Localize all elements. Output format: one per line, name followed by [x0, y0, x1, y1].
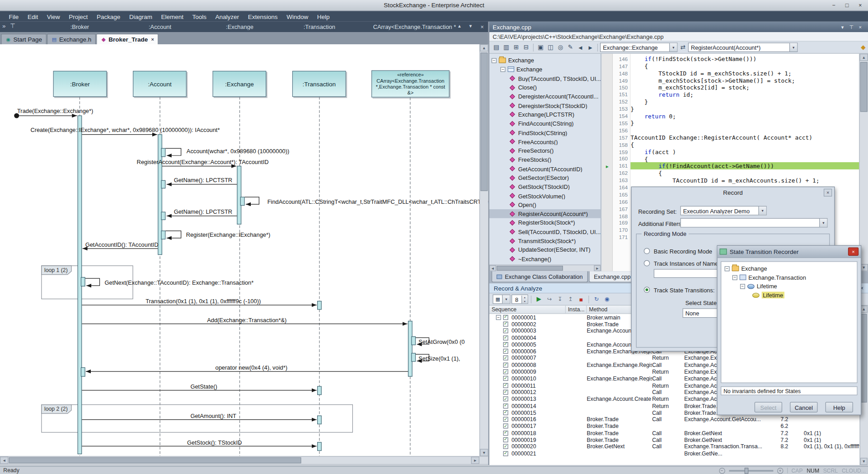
vscroll-thumb[interactable]: [861, 314, 867, 403]
editor-vscrollbar[interactable]: ▲ ▼: [859, 54, 868, 271]
row-checkbox[interactable]: ✓: [503, 342, 508, 347]
menu-item[interactable]: Element: [157, 11, 188, 22]
menu-item[interactable]: Analyzer: [211, 11, 244, 22]
step-into-icon[interactable]: ↧: [555, 295, 565, 304]
zoom-in-icon[interactable]: +: [777, 468, 783, 474]
pin-icon[interactable]: ⊤: [10, 23, 15, 30]
class-list-icon[interactable]: ▤: [492, 42, 501, 52]
menu-item[interactable]: Diagram: [125, 11, 157, 22]
row-checkbox[interactable]: ✓: [503, 315, 508, 320]
collapse-icon[interactable]: −: [492, 58, 497, 63]
close-icon[interactable]: ×: [848, 248, 859, 256]
tab-exchange-class-collaboration[interactable]: Exchange Class Collaboration: [492, 271, 588, 282]
expand-all-icon[interactable]: ⊞: [511, 42, 521, 52]
table-row[interactable]: − ✓ 00000016 Broker.Trade Call Exchange.…: [489, 416, 860, 423]
tree-item-method[interactable]: Open(): [489, 200, 601, 209]
edit-icon[interactable]: ✎: [566, 42, 575, 52]
chevrons-right-icon[interactable]: »: [2, 23, 6, 30]
vscroll-thumb[interactable]: [480, 52, 488, 191]
tree-item-method[interactable]: FindStock(CString): [489, 128, 601, 137]
tree-item-method[interactable]: Sell(TAccountID, TStockID, UI...: [489, 227, 601, 236]
row-checkbox[interactable]: ✓: [503, 349, 508, 354]
tree-item-method[interactable]: UpdateSector(ESector, INT): [489, 245, 601, 254]
tree-item-method[interactable]: FreeAccounts(): [489, 137, 601, 146]
row-checkbox[interactable]: ✓: [503, 444, 508, 449]
stack-depth-spinner[interactable]: 8 ▴ ▾: [511, 295, 528, 304]
tree-item-selected[interactable]: Lifetime: [721, 291, 857, 300]
scroll-down-icon[interactable]: ▼: [480, 449, 488, 456]
step-out-icon[interactable]: ↥: [566, 295, 575, 304]
vscroll-thumb[interactable]: [860, 62, 868, 112]
menu-item[interactable]: Extensions: [244, 11, 282, 22]
filters-combobox[interactable]: ▾: [680, 218, 828, 228]
row-checkbox[interactable]: ✓: [503, 369, 508, 374]
diagram-hscrollbar[interactable]: ◄ ►: [0, 456, 488, 464]
save-icon[interactable]: ▣: [536, 42, 545, 52]
zoom-out-icon[interactable]: −: [719, 468, 725, 474]
tree-item-method[interactable]: GetStock(TStockID): [489, 182, 601, 191]
close-icon[interactable]: ×: [856, 24, 865, 29]
tree-item-method[interactable]: GetSector(ESector): [489, 173, 601, 182]
tree-item-method[interactable]: Buy(TAccountID, TStockID, UI...: [489, 74, 601, 83]
view-mode-combobox[interactable]: ▦ ▾: [493, 295, 510, 304]
select-button[interactable]: Select: [755, 402, 782, 412]
chevron-down-icon[interactable]: ▾: [819, 219, 827, 227]
track-state-radio[interactable]: [644, 287, 650, 293]
tree-item-method[interactable]: GetStockVolume(): [489, 191, 601, 200]
table-row[interactable]: − ✓ 00000017 Broker.Trade 6.2: [489, 423, 860, 430]
row-checkbox[interactable]: ✓: [503, 362, 508, 367]
row-checkbox[interactable]: ✓: [503, 356, 508, 361]
track-instances-radio[interactable]: [644, 260, 650, 266]
tree-item-package[interactable]: − Exchange: [489, 56, 601, 65]
row-checkbox[interactable]: ✓: [503, 424, 508, 429]
tab-start-page[interactable]: ◉ Start Page: [1, 34, 46, 44]
close-icon[interactable]: ×: [824, 189, 832, 197]
menu-item[interactable]: File: [5, 11, 23, 22]
zoom-slider[interactable]: [729, 469, 773, 471]
tree-item-method[interactable]: DeregisterStock(TStockID): [489, 101, 601, 110]
sequence-diagram-canvas[interactable]: :Broker :Account :Exchange :Transaction …: [0, 44, 488, 456]
scope-combobox[interactable]: Exchange::Exchange ▾: [600, 42, 678, 52]
collapse-icon[interactable]: −: [500, 67, 505, 72]
tree-item[interactable]: − Exchange: [721, 264, 857, 273]
pin-icon[interactable]: ⊤: [847, 24, 856, 29]
tab-exchange-h[interactable]: ▤ Exchange.h: [47, 34, 96, 44]
diagram-vscrollbar[interactable]: ▲ ▼: [479, 44, 488, 456]
step-over-icon[interactable]: ↪: [544, 295, 554, 304]
tree-item-method[interactable]: FindAccount(CString): [489, 119, 601, 128]
menu-item[interactable]: Help: [313, 11, 334, 22]
stop-icon[interactable]: ■: [576, 295, 586, 304]
lifeline-carray-reference[interactable]: «reference» CArray<Exchange.Transaction …: [371, 70, 450, 98]
tree-item-method[interactable]: GetAccount(TAccountID): [489, 164, 601, 173]
scroll-down-icon[interactable]: ▼: [469, 24, 473, 29]
row-checkbox[interactable]: ✓: [503, 417, 508, 422]
menu-item[interactable]: Project: [65, 11, 93, 22]
table-row[interactable]: − ✓ 00000021 Broker.GetNe...: [489, 450, 860, 457]
collapse-icon[interactable]: −: [725, 266, 730, 271]
options-icon[interactable]: ◉: [602, 295, 612, 304]
hscroll-thumb[interactable]: [9, 457, 301, 463]
row-checkbox[interactable]: ✓: [503, 390, 508, 394]
menu-item[interactable]: Tools: [188, 11, 211, 22]
member-list-icon[interactable]: ▥: [502, 42, 511, 52]
row-checkbox[interactable]: ✓: [503, 322, 508, 327]
expander-icon[interactable]: −: [496, 315, 501, 320]
tree-item[interactable]: − Exchange.Transaction: [721, 273, 857, 282]
recording-set-combobox[interactable]: Execution Analyzer Demo ▾: [680, 206, 767, 216]
basic-mode-radio[interactable]: [644, 248, 650, 254]
collapse-icon[interactable]: −: [740, 284, 745, 289]
row-checkbox[interactable]: ✓: [503, 335, 508, 340]
tree-item-method[interactable]: Close(): [489, 83, 601, 92]
tree-item-method[interactable]: Exchange(LPCTSTR): [489, 110, 601, 119]
back-icon[interactable]: ◄: [576, 42, 585, 52]
maximize-button[interactable]: □: [840, 0, 854, 10]
chevron-down-icon[interactable]: ▾: [502, 295, 510, 303]
tree-item-method[interactable]: FreeStocks(): [489, 155, 601, 164]
tree-item-class[interactable]: − Exchange: [489, 65, 601, 74]
scroll-up-icon[interactable]: ▲: [860, 54, 868, 61]
tree-item[interactable]: − Lifetime: [721, 282, 857, 291]
collapse-icon[interactable]: −: [732, 275, 737, 280]
row-checkbox[interactable]: ✓: [503, 437, 508, 442]
collapse-all-icon[interactable]: ⊟: [521, 42, 531, 52]
chevron-down-icon[interactable]: ▾: [669, 43, 677, 52]
